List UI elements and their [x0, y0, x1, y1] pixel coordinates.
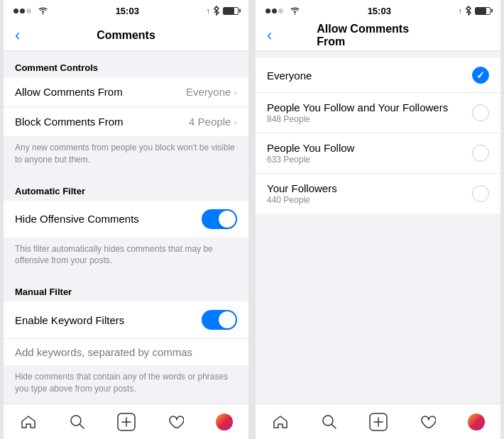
radio-follow — [472, 145, 489, 162]
svg-line-4 — [80, 424, 84, 428]
block-comments-value: 4 People › — [189, 116, 237, 128]
section-header-comment-controls: Comment Controls — [4, 51, 248, 77]
heart-icon-right — [418, 413, 437, 431]
heart-icon-left — [166, 413, 185, 431]
svg-point-0 — [43, 13, 44, 14]
battery-icon-right — [475, 7, 491, 15]
home-icon-left — [19, 413, 38, 431]
svg-point-3 — [71, 416, 81, 426]
status-bar-right: 15:03 ↑ — [256, 0, 500, 20]
battery-area-right: ↑ — [459, 6, 491, 16]
battery-area-left: ↑ — [207, 6, 239, 16]
tab-search-right[interactable] — [305, 413, 354, 431]
manual-filter-hint: Hide comments that contain any of the wo… — [4, 365, 248, 404]
tab-heart-left[interactable] — [150, 413, 199, 431]
home-icon-right — [271, 413, 290, 431]
back-button-left[interactable]: ‹ — [15, 26, 20, 45]
option-everyone-label: Everyone — [267, 70, 312, 82]
section-header-manual-filter: Manual Filter — [4, 275, 248, 301]
bluetooth-icon — [213, 6, 220, 16]
tab-bar-right — [256, 404, 500, 439]
tab-search-left[interactable] — [53, 413, 102, 431]
status-bar-left: 15:03 ↑ — [4, 0, 248, 20]
tab-add-right[interactable] — [354, 413, 402, 431]
option-followers-label: Your Followers — [267, 182, 337, 194]
radio-follow-followers — [472, 104, 489, 121]
page-title-left: Comments — [97, 29, 155, 42]
option-followers[interactable]: Your Followers 440 People — [256, 174, 500, 213]
hide-offensive-item[interactable]: Hide Offensive Comments — [4, 201, 248, 238]
search-icon-left — [68, 413, 87, 431]
manual-filter-card: Enable Keyword Filters — [4, 301, 248, 365]
avatar-right — [468, 413, 485, 430]
block-comments-label: Block Comments From — [15, 116, 124, 128]
block-comments-item[interactable]: Block Comments From 4 People › — [4, 107, 248, 136]
option-follow-subtitle: 633 People — [267, 155, 354, 165]
chevron-icon-block: › — [234, 116, 237, 128]
time-left: 15:03 — [116, 6, 139, 16]
keyword-filters-item[interactable]: Enable Keyword Filters — [4, 301, 248, 339]
avatar-left — [216, 413, 233, 430]
back-button-right[interactable]: ‹ — [267, 26, 272, 45]
section-header-auto-filter: Automatic Filter — [4, 174, 248, 201]
tab-home-left[interactable] — [4, 413, 53, 431]
hide-offensive-toggle[interactable] — [202, 209, 237, 229]
content-right: Everyone ✓ People You Follow and Your Fo… — [256, 51, 500, 404]
signal-area-right — [265, 7, 300, 15]
wifi-icon-right — [290, 7, 300, 15]
allow-comments-value: Everyone › — [186, 86, 237, 98]
svg-point-11 — [323, 416, 333, 426]
battery-icon-left — [223, 7, 239, 15]
option-follow-followers-subtitle: 848 People — [267, 114, 448, 124]
tab-add-left[interactable] — [102, 413, 150, 431]
nav-bar-left: ‹ Comments — [4, 20, 248, 51]
wifi-icon — [38, 7, 48, 15]
time-right: 15:03 — [368, 6, 391, 16]
left-phone: 15:03 ↑ ‹ Comments Commen — [4, 0, 248, 439]
checkmark-icon: ✓ — [476, 70, 485, 81]
comment-controls-hint: Any new comments from people you block w… — [4, 136, 248, 174]
radio-followers — [472, 185, 489, 202]
tab-heart-right[interactable] — [402, 413, 451, 431]
option-follow[interactable]: People You Follow 633 People — [256, 133, 500, 174]
keyword-filters-label: Enable Keyword Filters — [15, 314, 124, 326]
signal-area — [13, 7, 48, 15]
chevron-icon-allow: › — [234, 87, 237, 98]
bluetooth-icon-right — [465, 6, 472, 16]
svg-point-8 — [295, 13, 296, 14]
option-followers-subtitle: 440 People — [267, 195, 337, 205]
page-title-right: Allow Comments From — [317, 23, 439, 48]
option-follow-label: People You Follow — [267, 142, 354, 154]
nav-bar-right: ‹ Allow Comments From — [256, 20, 500, 51]
auto-filter-card: Hide Offensive Comments — [4, 201, 248, 238]
option-everyone[interactable]: Everyone ✓ — [256, 58, 500, 93]
tab-profile-right[interactable] — [451, 413, 500, 430]
allow-comments-label: Allow Comments From — [15, 86, 123, 98]
allow-options-card: Everyone ✓ People You Follow and Your Fo… — [256, 58, 500, 213]
tab-home-right[interactable] — [256, 413, 305, 431]
add-icon-right — [369, 413, 388, 431]
tab-profile-left[interactable] — [199, 413, 248, 430]
search-icon-right — [320, 413, 339, 431]
hide-offensive-label: Hide Offensive Comments — [15, 213, 139, 225]
right-phone: 15:03 ↑ ‹ Allow Comments From — [256, 0, 500, 439]
auto-filter-hint: This filter automatically hides comments… — [4, 238, 248, 276]
option-follow-followers[interactable]: People You Follow and Your Followers 848… — [256, 93, 500, 133]
keyword-input[interactable] — [4, 339, 248, 365]
radio-everyone: ✓ — [472, 67, 489, 84]
svg-line-12 — [332, 424, 336, 428]
add-icon-left — [117, 413, 136, 431]
comment-controls-card: Allow Comments From Everyone › Block Com… — [4, 77, 248, 136]
tab-bar-left — [4, 404, 248, 439]
option-follow-followers-label: People You Follow and Your Followers — [267, 101, 448, 113]
allow-comments-item[interactable]: Allow Comments From Everyone › — [4, 77, 248, 107]
content-left: Comment Controls Allow Comments From Eve… — [4, 51, 248, 404]
keyword-filters-toggle[interactable] — [202, 310, 237, 330]
